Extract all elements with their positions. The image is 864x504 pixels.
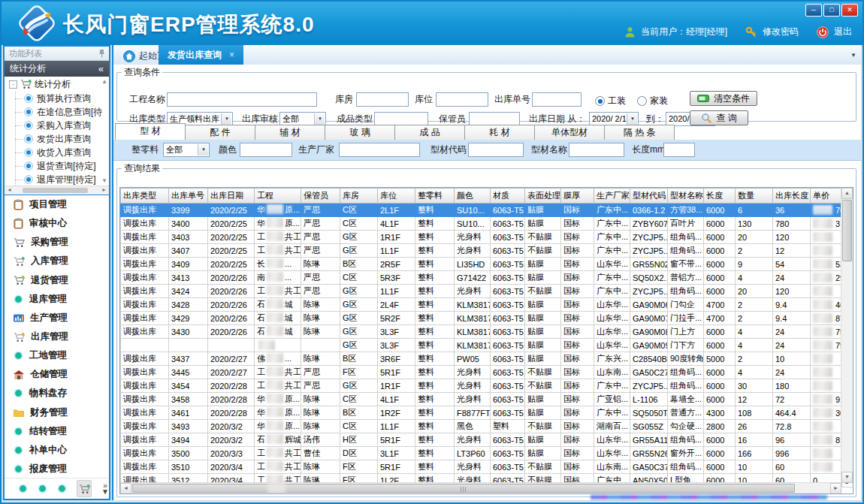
cell[interactable]: 华原... <box>255 420 301 433</box>
zhengling-combo[interactable]: 全部 <box>163 143 210 157</box>
cell[interactable]: 调拨出库 <box>121 433 169 447</box>
cell[interactable]: 南... <box>255 271 301 285</box>
cell[interactable]: 3500 <box>169 447 208 460</box>
cell[interactable]: 6000 <box>704 325 736 339</box>
cell[interactable]: 佛... <box>255 352 301 366</box>
scroll-down-icon[interactable]: ▼ <box>841 472 853 483</box>
cell[interactable]: 4 <box>736 271 773 285</box>
cell[interactable]: 光身料 <box>455 379 491 393</box>
cell[interactable]: 6063-T5 <box>491 393 525 406</box>
cell[interactable]: 严思 <box>301 271 340 285</box>
horizontal-scrollbar-thumb[interactable] <box>132 484 795 493</box>
cell[interactable]: 306 <box>811 406 842 420</box>
cell[interactable]: 整料 <box>415 406 455 420</box>
scroll-up-icon[interactable]: ▲ <box>841 188 853 199</box>
cell[interactable] <box>811 420 842 433</box>
tree-item-发货出库查询[interactable]: 发货出库查询 <box>5 132 109 146</box>
table-row[interactable]: 调拨出库34372020/2/27佛...陈琳B区3R6F整料PW056063-… <box>121 352 854 366</box>
cell[interactable]: G区 <box>340 244 378 258</box>
cell[interactable]: 山东南... <box>594 460 630 474</box>
cell[interactable]: 3424 <box>169 285 208 298</box>
cell[interactable]: 166 <box>736 447 773 460</box>
color-input[interactable] <box>240 143 292 157</box>
cell[interactable]: 6063-T5 <box>491 447 525 460</box>
cell[interactable]: 2020/2/25 <box>208 258 255 271</box>
cell[interactable]: 山东南... <box>594 366 630 379</box>
sidebar-item-补单中心[interactable]: 补单中心 <box>5 441 109 460</box>
cell[interactable]: 6063-T5 <box>491 379 525 393</box>
logout-link[interactable]: 退出 <box>834 26 852 38</box>
cell[interactable]: 24 <box>773 325 811 339</box>
cell[interactable]: 2020/2/28 <box>208 379 255 393</box>
cell[interactable]: 10 <box>773 352 811 366</box>
horizontal-scrollbar[interactable]: ◄ ► <box>120 482 841 493</box>
cell[interactable]: 调拨出库 <box>121 312 169 325</box>
cell[interactable]: 2020/3/2 <box>208 420 255 433</box>
cell[interactable]: 广东中... <box>594 244 630 258</box>
radio-gongzhuang[interactable]: 工装 <box>595 95 626 107</box>
cell[interactable]: 0366-1.2 <box>630 204 668 217</box>
cell[interactable]: 国标 <box>561 447 594 460</box>
cell[interactable]: 不贴膜 <box>525 366 561 379</box>
material-tab-配件[interactable]: 配 件 <box>185 125 255 140</box>
cell[interactable]: 468 <box>811 298 842 312</box>
column-header-出库单号[interactable]: 出库单号 <box>169 189 208 204</box>
cell[interactable]: 2020/2/26 <box>208 285 255 298</box>
cell[interactable]: 山东华... <box>594 312 630 325</box>
cell[interactable]: 20 <box>736 231 773 244</box>
scroll-right-icon[interactable]: ► <box>101 187 107 192</box>
cell[interactable]: 6063-T5 <box>491 312 525 325</box>
cell[interactable]: 1L1F <box>378 420 415 433</box>
material-tab-成品[interactable]: 成 品 <box>394 125 465 140</box>
cell[interactable]: 贴膜 <box>525 433 561 447</box>
section-header[interactable]: 统计分析 « <box>5 61 109 77</box>
cell[interactable]: ZYCJP5... <box>630 231 668 244</box>
cell[interactable]: F8877FT <box>455 406 491 420</box>
table-row[interactable]: G区3L3F整料KLM38176063-T5贴膜国标山东华...GA90M09.… <box>121 339 854 352</box>
cell[interactable]: 贴膜 <box>525 298 561 312</box>
dot-icon[interactable] <box>38 484 47 493</box>
cell[interactable] <box>255 339 301 352</box>
cell[interactable]: 光身料 <box>455 460 491 474</box>
cell[interactable]: 严思 <box>301 244 340 258</box>
cell[interactable]: 2020/2/25 <box>208 204 255 217</box>
cell[interactable]: 708 <box>811 204 842 217</box>
cell[interactable]: GR55N26 <box>630 447 668 460</box>
cell[interactable]: 整料 <box>415 298 455 312</box>
cell[interactable]: C区 <box>340 420 378 433</box>
cell[interactable]: 2 <box>736 244 773 258</box>
table-row[interactable]: 调拨出库34302020/2/26石城陈琳G区3L3F整料KLM38176063… <box>121 325 854 339</box>
cell[interactable]: 2 <box>736 352 773 366</box>
radio-jiazhuang[interactable]: 家装 <box>637 95 668 107</box>
cell[interactable]: 5R3F <box>378 271 415 285</box>
cell[interactable]: 普通方... <box>668 406 704 420</box>
cell[interactable]: 组角码... <box>668 433 704 447</box>
cell[interactable]: 2020/2/28 <box>208 393 255 406</box>
cell[interactable]: 3L3F <box>378 339 415 352</box>
cell[interactable]: 180 <box>773 379 811 393</box>
cell[interactable]: 国标 <box>561 244 594 258</box>
cell[interactable]: 9.4 <box>773 312 811 325</box>
cell[interactable]: 贴膜 <box>525 447 561 460</box>
table-row[interactable]: 调拨出库35002020/3/3工共工程曹佳D区3L1F整料LT3P606063… <box>121 447 854 460</box>
cell[interactable]: 山东华... <box>594 325 630 339</box>
cell[interactable]: 工共工程 <box>255 447 301 460</box>
cell[interactable]: 百叶片 <box>668 217 704 231</box>
cell[interactable]: 10 <box>736 460 773 474</box>
cell[interactable]: 996 <box>773 447 811 460</box>
cell[interactable]: 国标 <box>561 285 594 298</box>
scroll-right-icon[interactable]: ► <box>830 483 841 494</box>
order-no-input[interactable] <box>532 92 582 107</box>
cell[interactable]: 2020/3/3 <box>208 447 255 460</box>
cell[interactable]: 国标 <box>561 379 594 393</box>
cell[interactable]: 贴膜 <box>525 352 561 366</box>
sidebar-item-审核中心[interactable]: 审核中心 <box>5 214 109 233</box>
cell[interactable]: 广东中... <box>594 231 630 244</box>
cell[interactable]: 陈琳 <box>301 420 340 433</box>
cell[interactable]: 12 <box>773 244 811 258</box>
cell[interactable]: 整料 <box>415 420 455 433</box>
cell[interactable]: 6063-T5 <box>491 460 525 474</box>
cell[interactable]: 调拨出库 <box>121 352 169 366</box>
cell[interactable]: 2L4F <box>378 298 415 312</box>
cell[interactable]: 2972 <box>811 271 842 285</box>
